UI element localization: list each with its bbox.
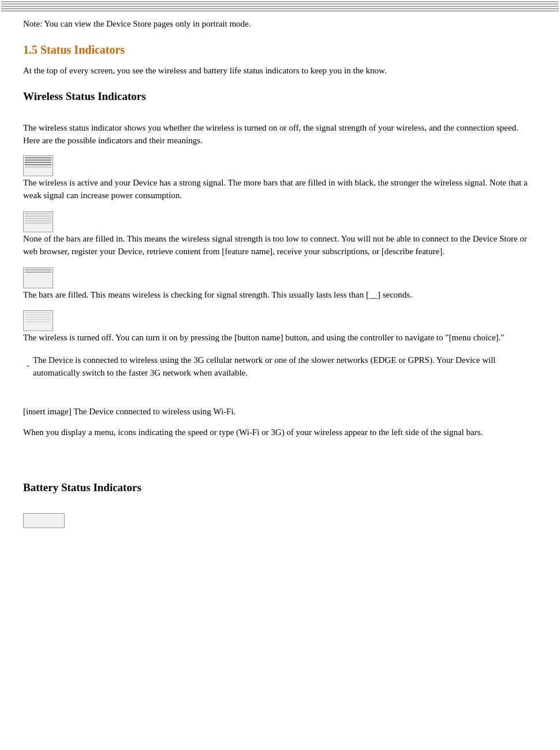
cellular-row: - The Device is connected to wireless us… xyxy=(23,354,537,388)
cellular-icons: - xyxy=(23,355,31,376)
